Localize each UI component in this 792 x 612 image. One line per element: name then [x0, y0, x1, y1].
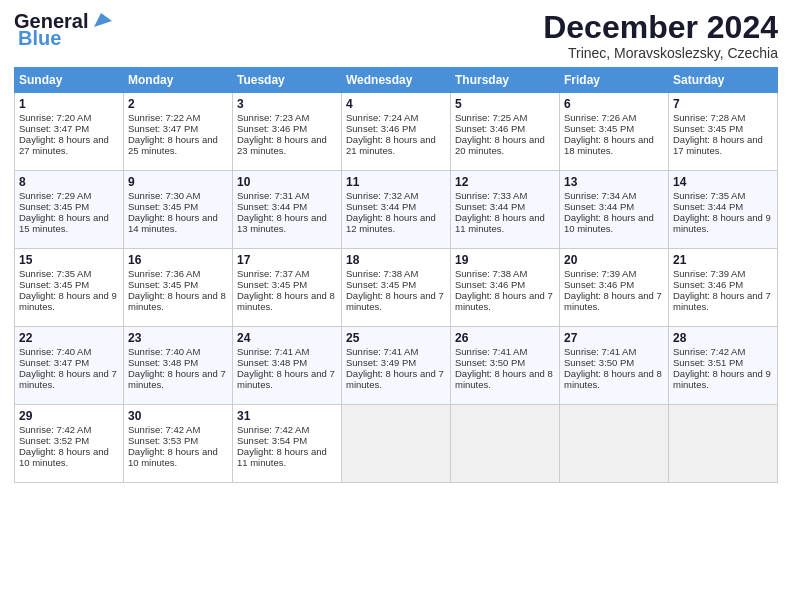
sunrise: Sunrise: 7:25 AM	[455, 112, 527, 123]
daylight: Daylight: 8 hours and 9 minutes.	[19, 290, 117, 312]
daylight: Daylight: 8 hours and 25 minutes.	[128, 134, 218, 156]
calendar-cell: 28Sunrise: 7:42 AMSunset: 3:51 PMDayligh…	[669, 327, 778, 405]
daylight: Daylight: 8 hours and 8 minutes.	[128, 290, 226, 312]
sunset: Sunset: 3:44 PM	[564, 201, 634, 212]
day-number: 26	[455, 331, 555, 345]
calendar-week-4: 29Sunrise: 7:42 AMSunset: 3:52 PMDayligh…	[15, 405, 778, 483]
sunrise: Sunrise: 7:28 AM	[673, 112, 745, 123]
calendar-week-3: 22Sunrise: 7:40 AMSunset: 3:47 PMDayligh…	[15, 327, 778, 405]
calendar-table: SundayMondayTuesdayWednesdayThursdayFrid…	[14, 67, 778, 483]
sunrise: Sunrise: 7:41 AM	[346, 346, 418, 357]
calendar-cell: 14Sunrise: 7:35 AMSunset: 3:44 PMDayligh…	[669, 171, 778, 249]
sunset: Sunset: 3:51 PM	[673, 357, 743, 368]
subtitle: Trinec, Moravskoslezsky, Czechia	[543, 45, 778, 61]
calendar-cell: 29Sunrise: 7:42 AMSunset: 3:52 PMDayligh…	[15, 405, 124, 483]
sunset: Sunset: 3:50 PM	[564, 357, 634, 368]
sunset: Sunset: 3:49 PM	[346, 357, 416, 368]
sunset: Sunset: 3:44 PM	[346, 201, 416, 212]
day-number: 29	[19, 409, 119, 423]
calendar-cell: 2Sunrise: 7:22 AMSunset: 3:47 PMDaylight…	[124, 93, 233, 171]
daylight: Daylight: 8 hours and 8 minutes.	[455, 368, 553, 390]
sunset: Sunset: 3:44 PM	[455, 201, 525, 212]
day-number: 13	[564, 175, 664, 189]
calendar-cell: 13Sunrise: 7:34 AMSunset: 3:44 PMDayligh…	[560, 171, 669, 249]
sunrise: Sunrise: 7:35 AM	[19, 268, 91, 279]
daylight: Daylight: 8 hours and 9 minutes.	[673, 212, 771, 234]
sunset: Sunset: 3:45 PM	[128, 201, 198, 212]
daylight: Daylight: 8 hours and 8 minutes.	[564, 368, 662, 390]
day-number: 16	[128, 253, 228, 267]
calendar-cell: 22Sunrise: 7:40 AMSunset: 3:47 PMDayligh…	[15, 327, 124, 405]
header-thursday: Thursday	[451, 68, 560, 93]
sunset: Sunset: 3:46 PM	[346, 123, 416, 134]
calendar-cell: 21Sunrise: 7:39 AMSunset: 3:46 PMDayligh…	[669, 249, 778, 327]
calendar-cell	[669, 405, 778, 483]
sunset: Sunset: 3:48 PM	[128, 357, 198, 368]
header-saturday: Saturday	[669, 68, 778, 93]
sunset: Sunset: 3:44 PM	[237, 201, 307, 212]
logo: General Blue	[14, 10, 112, 50]
daylight: Daylight: 8 hours and 10 minutes.	[19, 446, 109, 468]
sunrise: Sunrise: 7:41 AM	[237, 346, 309, 357]
logo-blue: Blue	[18, 27, 61, 50]
header-tuesday: Tuesday	[233, 68, 342, 93]
sunset: Sunset: 3:45 PM	[346, 279, 416, 290]
sunrise: Sunrise: 7:41 AM	[455, 346, 527, 357]
daylight: Daylight: 8 hours and 10 minutes.	[128, 446, 218, 468]
sunrise: Sunrise: 7:40 AM	[19, 346, 91, 357]
sunrise: Sunrise: 7:39 AM	[564, 268, 636, 279]
calendar-cell: 12Sunrise: 7:33 AMSunset: 3:44 PMDayligh…	[451, 171, 560, 249]
sunrise: Sunrise: 7:26 AM	[564, 112, 636, 123]
sunrise: Sunrise: 7:35 AM	[673, 190, 745, 201]
day-number: 27	[564, 331, 664, 345]
calendar-cell: 31Sunrise: 7:42 AMSunset: 3:54 PMDayligh…	[233, 405, 342, 483]
calendar-cell: 1Sunrise: 7:20 AMSunset: 3:47 PMDaylight…	[15, 93, 124, 171]
sunrise: Sunrise: 7:38 AM	[346, 268, 418, 279]
calendar-cell: 25Sunrise: 7:41 AMSunset: 3:49 PMDayligh…	[342, 327, 451, 405]
calendar-week-0: 1Sunrise: 7:20 AMSunset: 3:47 PMDaylight…	[15, 93, 778, 171]
day-number: 2	[128, 97, 228, 111]
sunset: Sunset: 3:45 PM	[128, 279, 198, 290]
header: General Blue December 2024 Trinec, Morav…	[14, 10, 778, 61]
sunrise: Sunrise: 7:42 AM	[237, 424, 309, 435]
daylight: Daylight: 8 hours and 7 minutes.	[673, 290, 771, 312]
daylight: Daylight: 8 hours and 13 minutes.	[237, 212, 327, 234]
sunset: Sunset: 3:45 PM	[564, 123, 634, 134]
day-number: 31	[237, 409, 337, 423]
calendar-cell: 20Sunrise: 7:39 AMSunset: 3:46 PMDayligh…	[560, 249, 669, 327]
sunrise: Sunrise: 7:37 AM	[237, 268, 309, 279]
sunset: Sunset: 3:46 PM	[455, 123, 525, 134]
day-number: 28	[673, 331, 773, 345]
calendar-cell: 30Sunrise: 7:42 AMSunset: 3:53 PMDayligh…	[124, 405, 233, 483]
day-number: 12	[455, 175, 555, 189]
sunset: Sunset: 3:44 PM	[673, 201, 743, 212]
day-number: 8	[19, 175, 119, 189]
calendar-cell	[560, 405, 669, 483]
daylight: Daylight: 8 hours and 17 minutes.	[673, 134, 763, 156]
sunset: Sunset: 3:45 PM	[19, 279, 89, 290]
calendar-cell: 23Sunrise: 7:40 AMSunset: 3:48 PMDayligh…	[124, 327, 233, 405]
calendar-cell: 4Sunrise: 7:24 AMSunset: 3:46 PMDaylight…	[342, 93, 451, 171]
header-sunday: Sunday	[15, 68, 124, 93]
sunset: Sunset: 3:45 PM	[237, 279, 307, 290]
daylight: Daylight: 8 hours and 12 minutes.	[346, 212, 436, 234]
day-number: 1	[19, 97, 119, 111]
sunset: Sunset: 3:50 PM	[455, 357, 525, 368]
sunrise: Sunrise: 7:40 AM	[128, 346, 200, 357]
daylight: Daylight: 8 hours and 27 minutes.	[19, 134, 109, 156]
sunrise: Sunrise: 7:24 AM	[346, 112, 418, 123]
day-number: 3	[237, 97, 337, 111]
page-container: General Blue December 2024 Trinec, Morav…	[0, 0, 792, 491]
daylight: Daylight: 8 hours and 7 minutes.	[346, 290, 444, 312]
header-wednesday: Wednesday	[342, 68, 451, 93]
title-block: December 2024 Trinec, Moravskoslezsky, C…	[543, 10, 778, 61]
sunrise: Sunrise: 7:42 AM	[19, 424, 91, 435]
calendar-cell: 18Sunrise: 7:38 AMSunset: 3:45 PMDayligh…	[342, 249, 451, 327]
calendar-week-2: 15Sunrise: 7:35 AMSunset: 3:45 PMDayligh…	[15, 249, 778, 327]
sunset: Sunset: 3:46 PM	[455, 279, 525, 290]
calendar-week-1: 8Sunrise: 7:29 AMSunset: 3:45 PMDaylight…	[15, 171, 778, 249]
day-number: 4	[346, 97, 446, 111]
sunrise: Sunrise: 7:39 AM	[673, 268, 745, 279]
sunset: Sunset: 3:53 PM	[128, 435, 198, 446]
sunset: Sunset: 3:46 PM	[564, 279, 634, 290]
